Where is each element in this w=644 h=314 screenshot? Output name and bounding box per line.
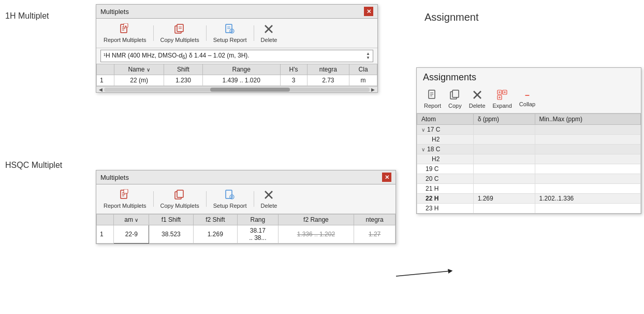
assign-copy-label: Copy xyxy=(448,103,462,109)
panel1-titlebar: Multiplets ✕ xyxy=(96,5,377,19)
cell-minmax xyxy=(535,154,640,164)
scroll-track[interactable] xyxy=(104,88,370,92)
panel1-table: Name ∨ Shift Range H's ntegra Cla 1 22 (… xyxy=(96,64,377,86)
p2-col-f2shift: f2 Shift xyxy=(193,215,237,225)
separator3 xyxy=(254,25,254,41)
cell-delta xyxy=(473,184,535,194)
assign-copy-icon xyxy=(449,89,461,102)
expand-17-icon[interactable]: ∨ xyxy=(421,127,425,133)
assignments-table: Atom δ (ppm) Min..Max (ppm) ∨17 C H2 xyxy=(417,113,641,213)
col-atom: Atom xyxy=(417,114,474,125)
svg-text:▲: ▲ xyxy=(124,24,127,27)
assignments-title: Assignments xyxy=(417,68,641,85)
assign-copy-button[interactable]: Copy xyxy=(445,87,465,111)
panel1-table-area: Name ∨ Shift Range H's ntegra Cla 1 22 (… xyxy=(96,64,377,92)
p2-col-ntegra: ntegra xyxy=(354,215,396,225)
multiplets-panel-1: Multiplets ✕ ▲ Report Multiplets xyxy=(96,4,378,93)
cell-minmax xyxy=(535,184,640,194)
h1-multiplet-label: 1H Multiplet xyxy=(5,11,49,21)
panel2-setup-button[interactable]: Setup Report xyxy=(210,187,250,211)
svg-rect-25 xyxy=(226,190,232,198)
cell-delta-22h: 1.269 xyxy=(473,194,535,204)
cell-minmax xyxy=(535,174,640,184)
panel2-close-button[interactable]: ✕ xyxy=(382,173,391,182)
panel1-close-button[interactable]: ✕ xyxy=(364,7,373,16)
assign-delete-label: Delete xyxy=(469,103,486,109)
panel1-toolbar: ▲ Report Multiplets Copy Multiplets xyxy=(96,19,377,48)
table-row: 1 22-9 38.523 1.269 38.17.. 38... 1.336 … xyxy=(97,225,396,244)
panel1-report-label: Report Multiplets xyxy=(104,37,147,43)
cell-atom: 23 H xyxy=(417,204,474,213)
assign-header-row: Atom δ (ppm) Min..Max (ppm) xyxy=(417,114,641,125)
assignment-label: Assignment xyxy=(425,11,479,23)
assign-expand-label: Expand xyxy=(493,103,512,109)
scroll-right-icon[interactable]: ▶ xyxy=(370,87,376,92)
nmr-field-1: ¹H NMR (400 MHz, DMSO-d6) δ 1.44 – 1.02 … xyxy=(100,50,373,62)
cell-atom-22h: 22 H xyxy=(417,194,474,204)
assign-report-icon xyxy=(427,89,438,102)
p2-cell-am: 22-9 xyxy=(114,225,149,244)
copy-icon xyxy=(174,23,185,36)
panel2-toolbar: Report Multiplets Copy Multiplets xyxy=(96,184,396,214)
p2-cell-ntegra: 1.27 xyxy=(354,225,396,244)
scroll-thumb[interactable] xyxy=(210,88,290,92)
p2-cell-f2range: 1.336 .. 1.202 xyxy=(278,225,354,244)
p2-cell-rang: 38.17.. 38... xyxy=(238,225,279,244)
col-delta: δ (ppm) xyxy=(473,114,535,125)
delete-icon xyxy=(263,23,274,36)
nmr-text-1: ¹H NMR (400 MHz, DMSO-d6) δ 1.44 – 1.02 … xyxy=(104,52,364,60)
panel1-delete-button[interactable]: Delete xyxy=(258,21,281,45)
panel2-report-button[interactable]: Report Multiplets xyxy=(100,187,150,211)
assign-delete-icon xyxy=(472,89,483,102)
p2-cell-f2shift: 1.269 xyxy=(193,225,237,244)
panel1-delete-label: Delete xyxy=(261,37,277,43)
panel2-copy-button[interactable]: Copy Multiplets xyxy=(157,187,202,211)
expand-18-icon[interactable]: ∨ xyxy=(421,147,425,152)
table-row: 21 H xyxy=(417,184,641,194)
cell-atom: 21 H xyxy=(417,184,474,194)
scroll-down-icon[interactable]: ▼ xyxy=(366,56,370,60)
table-row: 19 C xyxy=(417,164,641,174)
cell-cla: m xyxy=(349,75,377,86)
cell-shift: 1.230 xyxy=(164,75,203,86)
separator1 xyxy=(153,25,154,41)
cell-minmax xyxy=(535,135,640,145)
col-cla: Cla xyxy=(349,64,377,75)
panel2-delete-button[interactable]: Delete xyxy=(258,187,281,211)
assign-expand-icon xyxy=(496,89,508,102)
table-row: 1 22 (m) 1.230 1.439 .. 1.020 3 2.73 m xyxy=(97,75,377,86)
panel1-report-button[interactable]: ▲ Report Multiplets xyxy=(100,21,150,45)
panel1-copy-label: Copy Multiplets xyxy=(160,37,199,43)
col-ntegra: ntegra xyxy=(307,64,349,75)
panel1-setup-button[interactable]: Setup Report xyxy=(210,21,250,45)
assignments-toolbar: Report Copy Delete xyxy=(417,85,641,113)
scroll-left-icon[interactable]: ◀ xyxy=(97,87,104,92)
assign-delete-button[interactable]: Delete xyxy=(466,87,489,111)
nmr-scroll-buttons[interactable]: ▲ ▼ xyxy=(366,52,370,60)
cell-minmax xyxy=(535,204,640,213)
table-row: 20 C xyxy=(417,174,641,184)
panel1-scrollbar[interactable]: ◀ ▶ xyxy=(96,86,377,92)
p2-col-num xyxy=(97,215,114,225)
multiplets-panel-2: Multiplets ✕ Report Multiplets xyxy=(96,170,396,244)
cell-atom: H2 xyxy=(417,154,474,164)
cell-delta xyxy=(473,204,535,213)
p2-col-am[interactable]: am ∨ xyxy=(114,215,149,225)
assign-report-button[interactable]: Report xyxy=(421,87,444,111)
col-name[interactable]: Name ∨ xyxy=(114,64,164,75)
assign-collapse-button[interactable]: – Collap xyxy=(516,89,538,109)
panel2-setup-icon xyxy=(224,189,236,202)
svg-rect-7 xyxy=(177,24,183,32)
assign-expand-button[interactable]: Expand xyxy=(490,87,515,111)
panel2-table-area: am ∨ f1 Shift f2 Shift Rang f2 Range nte… xyxy=(96,214,396,244)
cell-name: 22 (m) xyxy=(114,75,164,86)
setup-icon xyxy=(224,23,236,36)
col-hs: H's xyxy=(280,64,307,75)
panel2-title: Multiplets xyxy=(100,174,129,181)
assign-collapse-icon: – xyxy=(525,91,530,100)
cell-atom: ∨18 C xyxy=(417,145,474,154)
svg-rect-22 xyxy=(124,189,128,193)
panel1-copy-button[interactable]: Copy Multiplets xyxy=(157,21,202,45)
hsqc-multiplet-label: HSQC Multiplet xyxy=(5,161,62,170)
cell-minmax xyxy=(535,164,640,174)
